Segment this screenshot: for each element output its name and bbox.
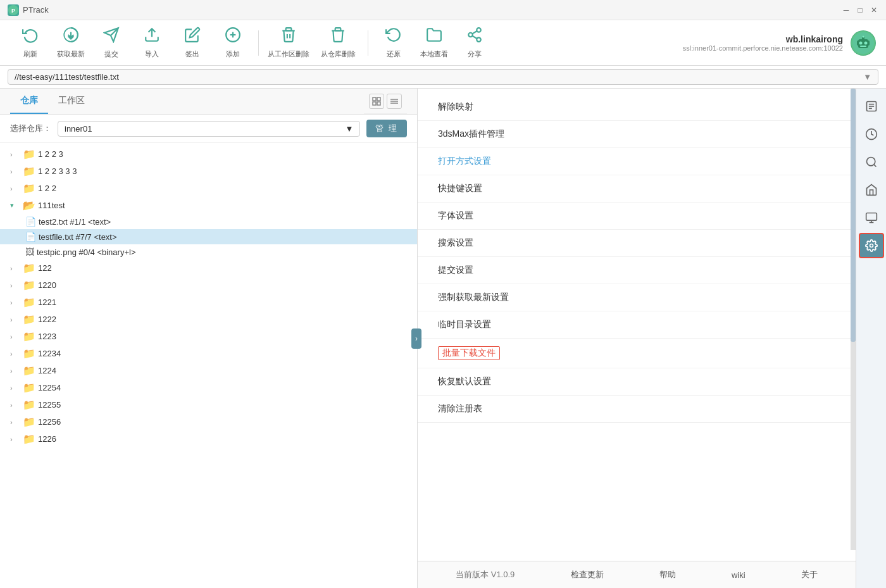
svg-rect-10 bbox=[286, 28, 292, 30]
settings-item-open[interactable]: 打开方式设置 bbox=[418, 148, 856, 175]
close-button[interactable]: ✕ bbox=[870, 6, 878, 15]
settings-item-force-fetch[interactable]: 强制获取最新设置 bbox=[418, 284, 856, 311]
list-item[interactable]: › 📁 122 bbox=[0, 260, 417, 277]
local-view-icon bbox=[426, 27, 442, 47]
toolbar-right: wb.linkairong ssl:inner01-commit.perforc… bbox=[683, 30, 876, 56]
item-text: 12234 bbox=[38, 349, 407, 358]
svg-point-12 bbox=[477, 28, 481, 32]
checkout-icon bbox=[184, 27, 201, 47]
list-item[interactable]: › 📁 1223 bbox=[0, 328, 417, 345]
title-bar-left: P PTrack bbox=[8, 4, 49, 16]
left-panel: 仓库 工作区 bbox=[0, 89, 418, 588]
app-title: PTrack bbox=[23, 5, 49, 15]
toolbar-submit[interactable]: 提交 bbox=[91, 23, 132, 63]
list-item[interactable]: 🖼 testpic.png #0/4 <binary+l> bbox=[0, 244, 417, 260]
remove-workspace-label: 从工作区删除 bbox=[268, 49, 309, 59]
local-view-label: 本地查看 bbox=[420, 49, 448, 59]
tab-workspace[interactable]: 工作区 bbox=[48, 89, 95, 114]
list-item[interactable]: ▾ 📂 111test bbox=[0, 197, 417, 214]
toolbar-checkout[interactable]: 签出 bbox=[172, 23, 213, 63]
list-item[interactable]: › 📁 12254 bbox=[0, 379, 417, 396]
toolbar: 刷新 获取最新 提交 bbox=[0, 20, 886, 66]
settings-item-batch-download[interactable]: 批量下载文件 bbox=[418, 339, 856, 368]
toolbar-local-view[interactable]: 本地查看 bbox=[414, 23, 454, 63]
toolbar-remove-depot[interactable]: 从仓库删除 bbox=[313, 23, 363, 63]
list-item[interactable]: › 📁 12256 bbox=[0, 413, 417, 430]
sidebar-settings-btn[interactable] bbox=[859, 233, 884, 258]
list-item[interactable]: 📄 test2.txt #1/1 <text> bbox=[0, 214, 417, 229]
list-item[interactable]: › 📁 12255 bbox=[0, 396, 417, 413]
svg-rect-28 bbox=[373, 102, 376, 105]
path-bar: //test-easy/111test/testfile.txt ▼ bbox=[0, 66, 886, 89]
toolbar-import[interactable]: 导入 bbox=[132, 23, 172, 63]
footer-check-update[interactable]: 检查更新 bbox=[571, 569, 604, 580]
settings-item-label: 3dsMax插件管理 bbox=[438, 128, 504, 139]
repo-dropdown[interactable]: inner01 ▼ bbox=[58, 121, 360, 137]
view-list-btn[interactable] bbox=[369, 94, 384, 109]
list-item[interactable]: › 📁 1226 bbox=[0, 430, 417, 447]
toolbar-refresh[interactable]: 刷新 bbox=[10, 23, 51, 63]
footer-help[interactable]: 帮助 bbox=[659, 569, 676, 580]
settings-item-label: 字体设置 bbox=[438, 210, 473, 220]
user-avatar[interactable] bbox=[851, 30, 876, 56]
collapse-panel-arrow[interactable]: › bbox=[411, 328, 421, 349]
settings-item-3dsmax[interactable]: 3dsMax插件管理 bbox=[418, 121, 856, 148]
toolbar-share[interactable]: 分享 bbox=[454, 23, 495, 63]
list-item[interactable]: › 📁 1 2 2 3 3 3 bbox=[0, 163, 417, 180]
folder-icon: 📁 bbox=[23, 279, 35, 291]
svg-point-38 bbox=[866, 158, 875, 166]
svg-rect-20 bbox=[867, 41, 870, 46]
expand-icon: › bbox=[10, 401, 20, 409]
sidebar-depot-btn[interactable] bbox=[859, 177, 884, 203]
minimize-button[interactable]: ─ bbox=[842, 6, 851, 15]
path-dropdown-arrow[interactable]: ▼ bbox=[863, 72, 871, 82]
item-text: 1 2 2 3 3 3 bbox=[38, 166, 407, 176]
settings-item-temp-dir[interactable]: 临时目录设置 bbox=[418, 311, 856, 339]
right-panel: › 解除映射 3dsMax插件管理 打开方式设置 快捷键设置 字体设置 搜索设置… bbox=[418, 89, 856, 588]
svg-line-16 bbox=[472, 31, 477, 34]
folder-icon: 📁 bbox=[23, 399, 35, 411]
expand-icon: › bbox=[10, 367, 20, 375]
toolbar-add[interactable]: 添加 bbox=[213, 23, 253, 63]
sidebar-search-btn[interactable] bbox=[859, 149, 884, 175]
settings-item-clear-registry[interactable]: 清除注册表 bbox=[418, 396, 856, 423]
window-controls[interactable]: ─ □ ✕ bbox=[842, 6, 878, 15]
manage-button[interactable]: 管 理 bbox=[366, 120, 407, 137]
item-text: 1223 bbox=[38, 332, 407, 341]
footer-about[interactable]: 关于 bbox=[801, 569, 818, 580]
path-input[interactable]: //test-easy/111test/testfile.txt ▼ bbox=[8, 69, 878, 85]
remove-depot-label: 从仓库删除 bbox=[321, 49, 356, 59]
list-item[interactable]: 📄 testfile.txt #7/7 <text> bbox=[0, 229, 417, 244]
scrollbar-track[interactable] bbox=[851, 89, 856, 550]
list-item[interactable]: › 📁 1 2 2 3 bbox=[0, 146, 417, 163]
settings-item-font[interactable]: 字体设置 bbox=[418, 203, 856, 230]
toolbar-remove-workspace[interactable]: 从工作区删除 bbox=[264, 23, 313, 63]
settings-item-shortcut[interactable]: 快捷键设置 bbox=[418, 175, 856, 203]
scrollbar-thumb[interactable] bbox=[851, 89, 856, 342]
settings-item-search[interactable]: 搜索设置 bbox=[418, 230, 856, 257]
list-item[interactable]: › 📁 12234 bbox=[0, 345, 417, 362]
settings-item-unmap[interactable]: 解除映射 bbox=[418, 94, 856, 121]
list-item[interactable]: › 📁 1222 bbox=[0, 311, 417, 328]
toolbar-revert[interactable]: 还原 bbox=[373, 23, 414, 63]
view-grid-btn[interactable] bbox=[387, 94, 402, 109]
list-item[interactable]: › 📁 1 2 2 bbox=[0, 180, 417, 197]
repo-label: 选择仓库： bbox=[10, 123, 51, 134]
repo-selector-bar: 选择仓库： inner01 ▼ 管 理 bbox=[0, 115, 417, 143]
footer-wiki[interactable]: wiki bbox=[732, 570, 746, 580]
title-bar: P PTrack ─ □ ✕ bbox=[0, 0, 886, 20]
sidebar-history-btn[interactable] bbox=[859, 122, 884, 147]
sidebar-monitor-btn[interactable] bbox=[859, 205, 884, 230]
list-item[interactable]: › 📁 1224 bbox=[0, 362, 417, 379]
settings-item-submit[interactable]: 提交设置 bbox=[418, 257, 856, 284]
share-label: 分享 bbox=[468, 49, 482, 59]
sidebar-notes-btn[interactable] bbox=[859, 94, 884, 119]
list-item[interactable]: › 📁 1220 bbox=[0, 277, 417, 294]
folder-icon: 📁 bbox=[23, 416, 35, 428]
toolbar-fetch[interactable]: 获取最新 bbox=[51, 23, 91, 63]
settings-item-restore[interactable]: 恢复默认设置 bbox=[418, 368, 856, 396]
maximize-button[interactable]: □ bbox=[856, 6, 864, 15]
path-text: //test-easy/111test/testfile.txt bbox=[15, 72, 863, 82]
tab-depot[interactable]: 仓库 bbox=[10, 89, 48, 114]
list-item[interactable]: › 📁 1221 bbox=[0, 294, 417, 311]
